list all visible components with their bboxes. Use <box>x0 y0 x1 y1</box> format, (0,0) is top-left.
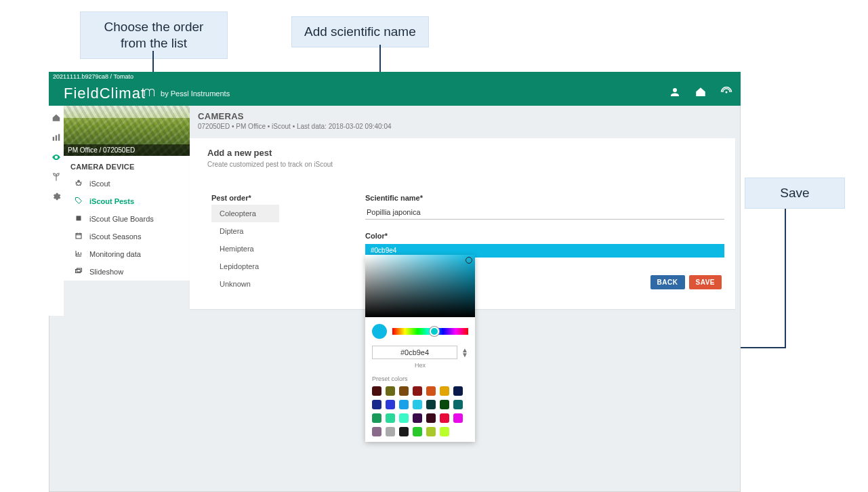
camera-caption: PM Office / 072050ED <box>64 144 190 156</box>
order-option[interactable]: Hemiptera <box>211 240 279 258</box>
sidebar-item-slideshow[interactable]: Slideshow <box>64 263 190 281</box>
svg-rect-4 <box>77 216 81 221</box>
callout-line <box>785 209 786 348</box>
scientific-name-input[interactable]: Popillia japonica <box>365 206 724 220</box>
sidebar-item-iscout[interactable]: iScout <box>64 175 190 192</box>
preset-color-swatch[interactable] <box>413 400 422 409</box>
preset-color-swatch[interactable] <box>426 400 436 409</box>
square-icon <box>75 214 83 224</box>
bars-icon[interactable] <box>51 132 62 142</box>
callout-order-text: Choose the orderfrom the list <box>104 20 204 50</box>
app-header: FieldClimat by Pessl Instruments <box>49 81 741 106</box>
sidebar-item-label: iScout <box>89 180 110 188</box>
sidebar-item-monitoring-data[interactable]: Monitoring data <box>64 245 190 263</box>
order-option[interactable]: Diptera <box>211 222 279 240</box>
back-button[interactable]: BACK <box>650 275 685 289</box>
svg-rect-5 <box>76 234 81 239</box>
preset-color-swatch[interactable] <box>399 427 409 436</box>
svg-point-0 <box>726 91 728 94</box>
home-icon[interactable] <box>51 112 62 123</box>
card-description: Create customized pest to track on iScou… <box>207 161 723 168</box>
preset-color-swatch[interactable] <box>372 427 381 436</box>
card-title: Add a new pest <box>207 148 723 158</box>
preset-color-swatch[interactable] <box>372 386 381 396</box>
eye-icon[interactable] <box>51 152 62 162</box>
preset-color-swatch[interactable] <box>426 413 436 423</box>
hex-label: Hex <box>372 362 468 369</box>
house-icon[interactable] <box>695 86 707 101</box>
device-header: CAMERA DEVICE <box>64 156 190 175</box>
saturation-area[interactable] <box>365 255 475 317</box>
calendar-icon <box>75 232 83 241</box>
sidebar-item-label: Slideshow <box>89 268 123 276</box>
color-picker-popup: #0cb9e4 ▲▼ Hex Preset colors <box>365 255 475 442</box>
preset-color-swatch[interactable] <box>413 386 422 396</box>
save-button[interactable]: SAVE <box>689 275 722 289</box>
saturation-handle[interactable] <box>466 257 472 264</box>
svg-rect-2 <box>56 135 57 140</box>
preset-color-swatch[interactable] <box>399 413 409 423</box>
preset-color-swatch[interactable] <box>426 427 436 436</box>
gear-icon[interactable] <box>51 191 62 201</box>
preset-color-swatch[interactable] <box>386 413 395 423</box>
sidebar-item-iscout-glue-boards[interactable]: iScout Glue Boards <box>64 210 190 228</box>
callout-order: Choose the orderfrom the list <box>80 12 228 59</box>
preset-color-swatch[interactable] <box>386 386 395 396</box>
callout-scientific: Add scientific name <box>291 16 429 47</box>
camera-side-panel: PM Office / 072050ED CAMERA DEVICE iScou… <box>64 106 190 281</box>
sidebar-item-iscout-seasons[interactable]: iScout Seasons <box>64 228 190 245</box>
order-option[interactable]: Unknown <box>211 275 279 293</box>
current-color-swatch <box>372 324 387 339</box>
preset-color-swatch[interactable] <box>426 386 436 396</box>
order-dropdown-list[interactable]: ColeopteraDipteraHemipteraLepidopteraUnk… <box>211 205 279 293</box>
sidebar-item-label: iScout Pests <box>89 197 134 205</box>
breadcrumb: 20211111.b9279ca8 / Tomato <box>49 72 741 81</box>
preset-color-swatch[interactable] <box>440 427 449 436</box>
color-label: Color* <box>365 232 724 240</box>
sidebar-item-label: iScout Glue Boards <box>89 215 154 223</box>
app-window: 20211111.b9279ca8 / Tomato FieldClimat b… <box>49 72 741 492</box>
hex-stepper[interactable]: ▲▼ <box>461 348 468 357</box>
sprout-icon[interactable] <box>51 171 62 182</box>
color-field-group: Color* #0cb9e4 <box>365 232 724 258</box>
preset-color-swatch[interactable] <box>372 413 381 423</box>
hex-input[interactable]: #0cb9e4 <box>372 346 457 359</box>
sidebar-item-iscout-pests[interactable]: iScout Pests <box>64 192 190 210</box>
preset-color-swatch[interactable] <box>399 400 409 409</box>
leaf-icon <box>144 90 154 102</box>
header-icons <box>669 86 732 101</box>
preset-color-swatch[interactable] <box>440 413 449 423</box>
form-buttons: BACK SAVE <box>650 275 722 289</box>
order-option[interactable]: Coleoptera <box>211 205 279 222</box>
callout-save: Save <box>745 178 845 209</box>
preset-color-swatch[interactable] <box>386 400 395 409</box>
hue-slider[interactable] <box>392 328 468 335</box>
preset-color-swatch[interactable] <box>453 413 463 423</box>
preset-color-swatch[interactable] <box>453 400 463 409</box>
broadcast-icon[interactable] <box>720 86 732 101</box>
preset-color-swatch[interactable] <box>413 413 422 423</box>
preset-colors-label: Preset colors <box>372 375 468 382</box>
slides-icon <box>75 267 83 276</box>
hue-handle[interactable] <box>430 327 439 336</box>
user-icon[interactable] <box>669 86 681 101</box>
preset-color-swatch[interactable] <box>399 386 409 396</box>
order-option[interactable]: Lepidoptera <box>211 258 279 275</box>
callout-line <box>735 347 786 348</box>
callout-save-text: Save <box>780 186 809 200</box>
tag-icon <box>75 197 83 206</box>
preset-color-swatch[interactable] <box>453 386 463 396</box>
svg-rect-1 <box>53 136 54 140</box>
scientific-name-label: Scientific name* <box>365 194 724 202</box>
preset-color-swatch[interactable] <box>372 400 381 409</box>
preset-color-swatch[interactable] <box>440 400 449 409</box>
svg-rect-7 <box>77 268 82 272</box>
bug-icon <box>75 179 83 188</box>
preset-color-swatch[interactable] <box>413 427 422 436</box>
chart-icon <box>75 249 83 259</box>
sidebar-item-label: iScout Seasons <box>89 232 141 241</box>
preset-color-swatch[interactable] <box>386 427 395 436</box>
order-label: Pest order* <box>211 194 251 202</box>
brand-logo: FieldClimat <box>64 85 154 102</box>
preset-color-swatch[interactable] <box>440 386 449 396</box>
